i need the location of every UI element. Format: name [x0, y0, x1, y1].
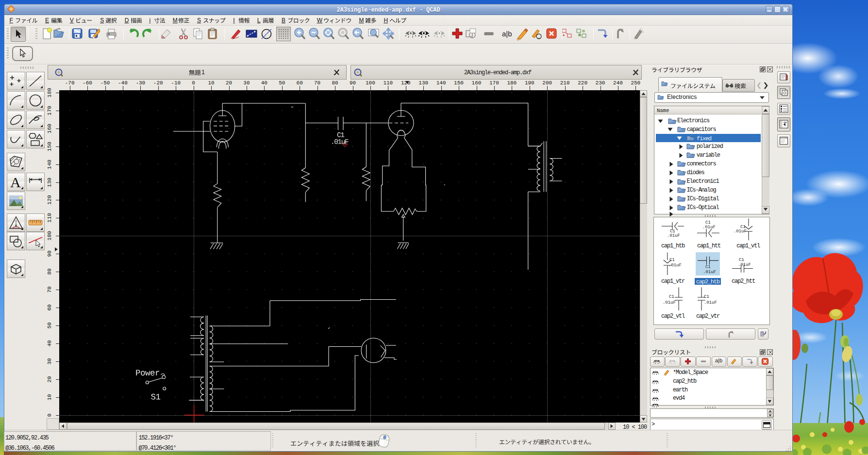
- svg-text:a|b: a|b: [502, 30, 512, 38]
- svg-text:A: A: [10, 174, 21, 190]
